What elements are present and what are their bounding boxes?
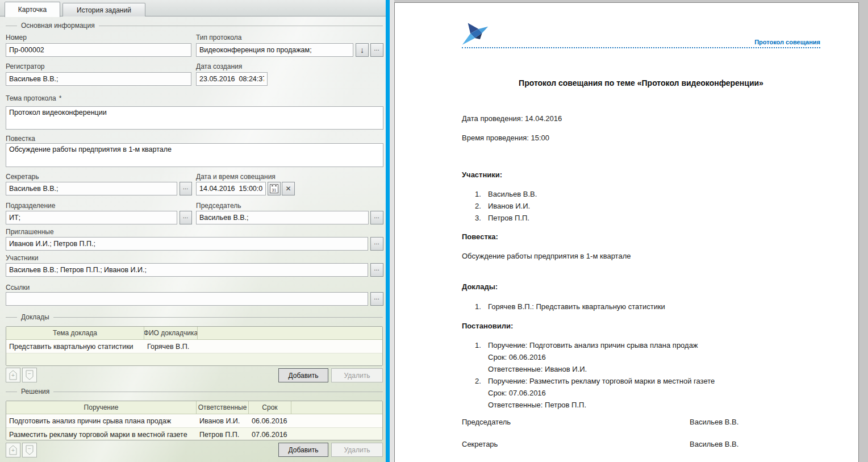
table-row[interactable]: Разместить рекламу торговой марки в мест… xyxy=(6,428,382,440)
links-input[interactable] xyxy=(6,292,368,306)
close-icon: ✕ xyxy=(285,185,291,193)
move-down-button[interactable]: − xyxy=(22,443,37,457)
secretary-input[interactable] xyxy=(6,182,177,195)
resolution-item: 2.Поручение: Разместить рекламу торговой… xyxy=(462,375,820,411)
svg-text:+: + xyxy=(11,447,15,453)
document-page: Протокол совещания Протокол совещания по… xyxy=(394,2,859,462)
chairman-input[interactable] xyxy=(196,211,369,224)
participants-label: Участники xyxy=(6,254,38,262)
group-main-info: Основная информация xyxy=(6,22,383,30)
panel-splitter[interactable] xyxy=(386,0,390,462)
list-item: 3.Петров П.П. xyxy=(462,212,820,224)
department-input[interactable] xyxy=(6,211,177,224)
group-reports: Доклады xyxy=(6,313,383,321)
secretary-ellipsis-button[interactable]: … xyxy=(180,182,192,195)
svg-text:+: + xyxy=(11,372,15,378)
pentagon-up-plus-icon: + xyxy=(9,370,17,380)
tab-task-history[interactable]: История заданий xyxy=(62,3,145,16)
tab-bar: Карточка История заданий xyxy=(0,0,386,16)
created-date-input[interactable] xyxy=(196,72,268,86)
protocol-type-label: Тип протокола xyxy=(196,34,241,41)
subject-textarea[interactable]: Протокол видеоконференции xyxy=(6,106,383,130)
column-header[interactable]: Тема доклада xyxy=(6,327,144,339)
resolutions-heading: Постановили: xyxy=(462,321,820,331)
svg-text:−: − xyxy=(28,371,31,377)
agenda-heading: Повестка: xyxy=(462,232,820,242)
reports-add-button[interactable]: Добавить xyxy=(278,368,328,382)
department-ellipsis-button[interactable]: … xyxy=(180,211,192,224)
list-item: 1.Васильев В.В. xyxy=(462,188,820,200)
group-decisions: Решения xyxy=(6,388,383,396)
protocol-type-input[interactable] xyxy=(196,43,353,57)
registrar-label: Регистратор xyxy=(6,63,45,70)
dropdown-arrow-icon: ↓ xyxy=(360,46,364,54)
number-input[interactable] xyxy=(6,43,191,57)
ellipsis-icon: … xyxy=(374,267,380,271)
protocol-type-dropdown-button[interactable]: ↓ xyxy=(356,43,369,57)
reports-delete-button[interactable]: Удалить xyxy=(331,368,383,382)
created-date-label: Дата создания xyxy=(196,63,242,70)
department-label: Подразделение xyxy=(6,202,55,210)
pentagon-down-minus-icon: − xyxy=(26,370,34,380)
agenda-textarea[interactable]: Обсуждение работы предприятия в 1-м квар… xyxy=(6,143,383,167)
secretary-label: Секретарь xyxy=(6,173,39,181)
calendar-button[interactable]: 31 xyxy=(268,182,281,195)
ellipsis-icon: … xyxy=(183,214,189,219)
pentagon-up-plus-icon: + xyxy=(9,445,17,455)
participants-input[interactable] xyxy=(6,263,368,277)
table-row-empty[interactable] xyxy=(6,353,382,366)
ellipsis-icon: … xyxy=(374,240,380,245)
agenda-text: Обсуждение работы предприятия в 1-м квар… xyxy=(462,251,820,261)
protocol-card-panel: Карточка История заданий Основная информ… xyxy=(0,0,386,462)
reports-list: 1.Горячев В.П.: Представить квартальную … xyxy=(462,301,820,313)
invited-ellipsis-button[interactable]: … xyxy=(370,237,383,251)
letterhead-rule xyxy=(462,47,820,48)
clear-datetime-button[interactable]: ✕ xyxy=(282,182,295,195)
ellipsis-icon: … xyxy=(374,47,380,51)
column-header-filler xyxy=(198,327,382,339)
pentagon-down-minus-icon: − xyxy=(26,445,34,455)
calendar-icon: 31 xyxy=(270,184,278,193)
table-row[interactable]: Представить квартальную статистики Горяч… xyxy=(6,340,382,353)
table-row[interactable]: Подготовить анализ причин срыва плана пр… xyxy=(6,414,382,428)
origami-bird-logo-icon xyxy=(462,23,489,45)
svg-text:−: − xyxy=(28,446,31,452)
signature-row: Председатель Васильев В.В. xyxy=(462,417,820,427)
move-up-button[interactable]: + xyxy=(6,443,20,457)
participants-ellipsis-button[interactable]: … xyxy=(370,263,383,277)
column-header[interactable]: Ответственные xyxy=(197,401,249,414)
ellipsis-icon: … xyxy=(374,295,380,300)
column-header[interactable]: ФИО докладчика xyxy=(144,327,198,339)
column-header[interactable]: Срок xyxy=(249,401,291,414)
registrar-input[interactable] xyxy=(6,72,191,86)
reports-table: Тема доклада ФИО докладчика Представить … xyxy=(6,326,383,366)
links-label: Ссылки xyxy=(6,284,30,292)
decisions-delete-button[interactable]: Удалить xyxy=(331,443,383,457)
links-ellipsis-button[interactable]: … xyxy=(370,292,383,306)
document-type-caption: Протокол совещания xyxy=(754,39,820,45)
list-item: 2.Иванов И.И. xyxy=(462,200,820,212)
group-main-info-label: Основная информация xyxy=(21,22,95,30)
subject-label: Тема протокола* xyxy=(6,94,61,102)
signature-role: Секретарь xyxy=(462,439,690,449)
reports-table-header: Тема доклада ФИО докладчика xyxy=(6,327,382,340)
chairman-ellipsis-button[interactable]: … xyxy=(370,211,383,224)
protocol-type-ellipsis-button[interactable]: … xyxy=(370,43,383,57)
decisions-table-header: Поручение Ответственные Срок xyxy=(6,401,382,414)
participants-list: 1.Васильев В.В. 2.Иванов И.И. 3.Петров П… xyxy=(462,188,820,224)
signature-name: Васильев В.В. xyxy=(690,417,738,427)
chairman-label: Председатель xyxy=(196,202,241,210)
meeting-time-line: Время проведения: 15:00 xyxy=(462,133,820,143)
agenda-label: Повестка xyxy=(6,135,35,143)
invited-input[interactable] xyxy=(6,237,368,251)
decisions-add-button[interactable]: Добавить xyxy=(278,443,328,457)
signature-name: Васильев В.В. xyxy=(690,439,738,449)
ellipsis-icon: … xyxy=(183,185,189,190)
column-header[interactable]: Поручение xyxy=(6,401,197,414)
column-header-filler xyxy=(291,401,382,414)
move-up-button[interactable]: + xyxy=(6,368,20,382)
group-decisions-label: Решения xyxy=(21,388,49,396)
meeting-datetime-input[interactable] xyxy=(196,182,266,195)
tab-card[interactable]: Карточка xyxy=(5,2,60,17)
move-down-button[interactable]: − xyxy=(22,368,37,382)
